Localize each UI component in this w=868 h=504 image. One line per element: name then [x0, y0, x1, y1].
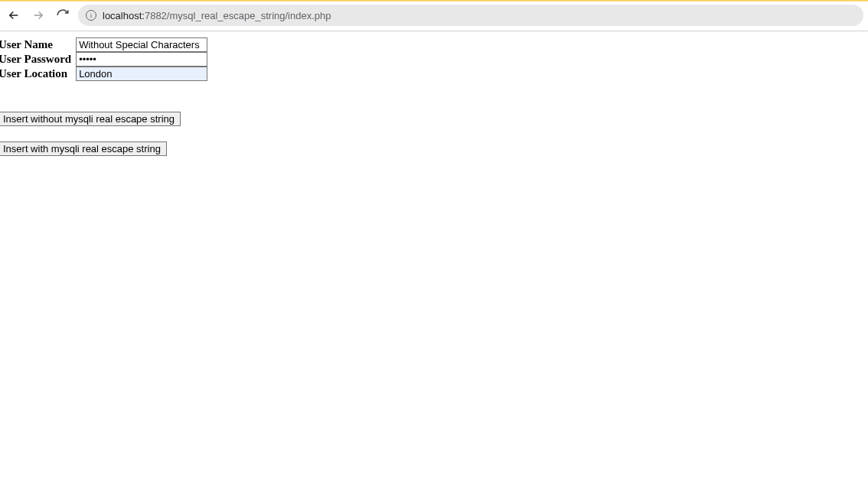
back-button[interactable] — [5, 6, 23, 24]
page-content: User Name User Password User Location In… — [0, 31, 868, 156]
password-label: User Password — [0, 52, 74, 67]
username-input[interactable] — [76, 37, 207, 52]
reload-button[interactable] — [54, 6, 72, 24]
password-input[interactable] — [76, 52, 207, 67]
button-row-1: Insert without mysqli real escape string — [0, 112, 868, 126]
row-username: User Name — [0, 37, 209, 52]
location-label: User Location — [0, 67, 74, 81]
button-row-2: Insert with mysqli real escape string — [0, 141, 868, 156]
forward-button[interactable] — [29, 6, 47, 24]
insert-without-escape-button[interactable]: Insert without mysqli real escape string — [0, 112, 181, 126]
location-input[interactable] — [76, 67, 207, 81]
row-password: User Password — [0, 52, 209, 67]
row-location: User Location — [0, 67, 209, 81]
browser-toolbar: i localhost:7882/mysql_real_escape_strin… — [0, 2, 868, 29]
insert-with-escape-button[interactable]: Insert with mysqli real escape string — [0, 141, 167, 156]
user-form: User Name User Password User Location — [0, 37, 209, 81]
url-host: localhost: — [103, 10, 145, 21]
site-info-icon[interactable]: i — [86, 10, 96, 21]
url-text: localhost:7882/mysql_real_escape_string/… — [103, 10, 331, 21]
address-bar[interactable]: i localhost:7882/mysql_real_escape_strin… — [78, 5, 863, 26]
username-label: User Name — [0, 37, 74, 52]
url-path: 7882/mysql_real_escape_string/index.php — [145, 10, 331, 21]
